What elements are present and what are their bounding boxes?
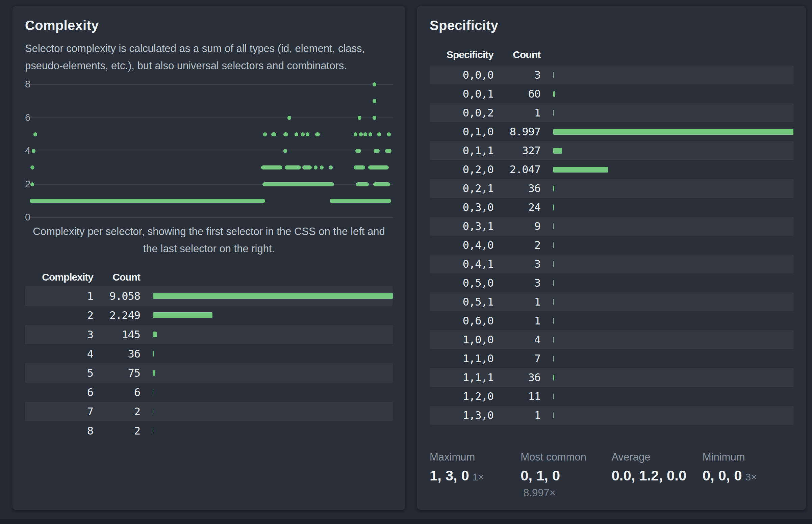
count-bar-track <box>140 370 393 376</box>
count-cell: 1 <box>493 409 540 422</box>
count-bar-track <box>140 331 393 337</box>
specificity-column-header: Specificity <box>429 49 493 61</box>
scatter-point-run <box>262 182 334 186</box>
scatter-point <box>358 116 361 120</box>
scatter-point-run <box>30 199 265 203</box>
stat-value: 1, 3, 01× <box>429 467 520 486</box>
scatter-point-run <box>368 165 389 169</box>
label-cell: 7 <box>25 405 93 418</box>
count-cell: 11 <box>493 390 540 403</box>
table-row: 0,4,02 <box>429 236 793 255</box>
complexity-card: Complexity Selector complexity is calcul… <box>13 6 405 510</box>
count-bar-track <box>540 280 793 286</box>
scatter-point <box>373 99 376 103</box>
count-cell: 1 <box>493 314 540 327</box>
scatter-point-run <box>385 149 391 153</box>
scatter-point-run <box>374 149 380 153</box>
count-cell: 2.047 <box>493 163 540 176</box>
count-bar <box>553 224 554 229</box>
scatter-point <box>387 132 391 136</box>
complexity-description: Selector complexity is calculated as a s… <box>25 40 378 74</box>
label-cell: 0,3,0 <box>429 201 493 214</box>
scatter-point-run <box>285 165 301 169</box>
count-bar-track <box>540 318 793 324</box>
css-analyzer-report: Complexity Selector complexity is calcul… <box>0 0 812 510</box>
scatter-point-run <box>377 132 381 136</box>
scatter-point-run <box>329 165 333 169</box>
count-bar-track <box>540 129 793 135</box>
table-row: 1,1,07 <box>429 349 793 368</box>
scatter-point-run <box>356 182 369 186</box>
count-cell: 36 <box>493 371 540 384</box>
scatter-point-run <box>302 165 312 169</box>
scatter-point <box>373 116 376 120</box>
label-cell: 1,1,1 <box>429 371 493 384</box>
label-cell: 1,3,0 <box>429 409 493 422</box>
stat-multiplier: 1× <box>473 471 484 482</box>
y-gridline <box>30 151 393 151</box>
table-row: 22.249 <box>25 306 393 325</box>
table-row: 0,3,19 <box>429 217 793 236</box>
count-bar <box>553 375 554 380</box>
y-gridline <box>30 84 393 85</box>
count-cell: 9.058 <box>93 290 140 302</box>
scatter-point-run <box>30 165 34 169</box>
table-row: 1,0,04 <box>429 330 793 349</box>
y-gridline <box>30 184 393 185</box>
scatter-point <box>373 82 376 86</box>
count-cell: 3 <box>493 258 540 271</box>
count-bar <box>153 312 212 318</box>
count-cell: 2 <box>493 239 540 251</box>
count-bar-track <box>140 351 393 357</box>
count-cell: 1 <box>493 107 540 119</box>
label-cell: 0,4,0 <box>429 239 493 251</box>
count-cell: 8.997 <box>493 125 540 138</box>
count-bar <box>153 351 154 357</box>
complexity-scatter-chart: 02468 <box>25 82 393 221</box>
table-row: 0,0,160 <box>429 84 793 103</box>
label-cell: 1,2,0 <box>429 390 493 403</box>
label-cell: 0,2,1 <box>429 182 493 195</box>
count-column-header: Count <box>93 272 140 283</box>
count-bar-track <box>540 356 793 362</box>
label-cell: 0,1,0 <box>429 125 493 138</box>
label-cell: 5 <box>25 367 93 379</box>
count-bar <box>553 394 554 399</box>
stat-label: Maximum <box>429 451 520 463</box>
label-cell: 1 <box>25 290 93 302</box>
count-cell: 7 <box>493 352 540 365</box>
count-bar-track <box>540 299 793 305</box>
table-row: 0,3,024 <box>429 198 793 217</box>
table-row: 0,0,03 <box>429 65 793 84</box>
stat-label: Average <box>612 451 702 463</box>
count-cell: 24 <box>493 201 540 214</box>
label-cell: 0,5,0 <box>429 277 493 289</box>
count-bar-track <box>540 394 793 399</box>
table-row: 0,6,01 <box>429 311 793 330</box>
specificity-table-header: Specificity Count <box>429 45 793 64</box>
stat-most-common: Most common0, 1, 08.997× <box>520 451 611 499</box>
count-bar <box>553 186 554 192</box>
scatter-point-run <box>294 132 298 136</box>
table-row: 19.058 <box>25 286 393 306</box>
scatter-point-run <box>355 149 361 153</box>
viewport-bottom-strip <box>0 519 812 524</box>
count-cell: 75 <box>93 367 140 379</box>
count-cell: 60 <box>493 87 540 100</box>
count-cell: 145 <box>93 328 140 341</box>
scatter-point <box>359 132 363 136</box>
count-cell: 327 <box>493 144 540 157</box>
stat-value: 0.0, 1.2, 0.0 <box>612 467 695 484</box>
scatter-point-run <box>320 165 324 169</box>
table-row: 0,2,02.047 <box>429 160 793 179</box>
label-cell: 2 <box>25 309 93 322</box>
y-axis-tick-label: 2 <box>25 178 35 190</box>
scatter-point-run <box>369 132 372 136</box>
scatter-point-run <box>354 132 357 136</box>
label-cell: 0,4,1 <box>429 258 493 271</box>
count-cell: 4 <box>493 333 540 346</box>
count-cell: 36 <box>93 347 140 360</box>
complexity-table-header: Complexity Count <box>25 269 393 285</box>
table-row: 0,2,136 <box>429 179 793 198</box>
complexity-chart-caption: Complexity per selector, showing the fir… <box>25 223 393 257</box>
